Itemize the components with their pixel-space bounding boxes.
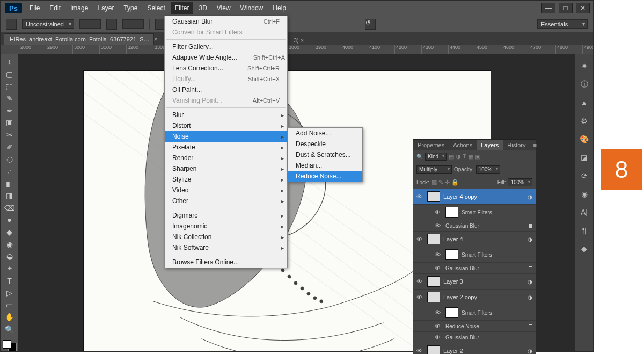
collapsed-panel-icon-0[interactable]: ✷ — [579, 61, 590, 71]
filter-settings-icon[interactable]: ≣ — [528, 265, 532, 271]
visibility-eye-icon[interactable]: 👁 — [416, 294, 424, 300]
tool-22[interactable]: 🔍 — [3, 324, 17, 335]
collapsed-panel-icon-1[interactable]: ⓘ — [579, 79, 590, 90]
visibility-eye-icon[interactable]: 👁 — [416, 193, 424, 200]
panel-menu-icon[interactable]: ≡ — [530, 140, 539, 150]
document-tab-close-icon[interactable]: × — [154, 35, 158, 43]
filter-settings-icon[interactable]: ≣ — [528, 223, 532, 229]
visibility-eye-icon[interactable]: 👁 — [435, 334, 442, 341]
layer-row[interactable]: 👁Layer 2 copy◑ — [413, 290, 536, 305]
filter-effect-row[interactable]: 👁Gaussian Blur≣ — [413, 263, 536, 274]
collapsed-panel-icon-9[interactable]: ¶ — [579, 225, 590, 236]
layer-filter-kind[interactable]: Kind — [425, 153, 447, 161]
layer-row[interactable]: 👁Layer 2◑ — [413, 343, 536, 354]
smart-filters-row[interactable]: 👁Smart Filters — [413, 205, 536, 220]
collapsed-panel-icon-8[interactable]: A| — [579, 207, 590, 218]
fill-value[interactable]: 100% — [508, 178, 532, 186]
menu-window[interactable]: Window — [236, 2, 268, 14]
filter-menu-item[interactable]: Oil Paint... — [165, 84, 287, 95]
panel-tab-layers[interactable]: Layers — [477, 140, 503, 150]
filter-effect-row[interactable]: 👁Gaussian Blur≣ — [413, 220, 536, 232]
menu-type[interactable]: Type — [119, 2, 142, 14]
layer-row[interactable]: 👁Layer 3◑ — [413, 274, 536, 290]
tool-11[interactable]: ◨ — [3, 190, 17, 201]
filter-menu-item[interactable]: Imagenomic▸ — [165, 221, 287, 232]
tool-3[interactable]: ✎ — [3, 93, 17, 104]
crop-tool-icon[interactable] — [6, 19, 17, 30]
crop-width-field[interactable] — [79, 19, 101, 29]
menu-edit[interactable]: Edit — [45, 2, 65, 14]
filter-menu-item[interactable]: Stylize▸ — [165, 174, 287, 185]
tool-21[interactable]: ✋ — [3, 312, 17, 323]
layer-filter-icons[interactable]: ▤ ◑ T ▦ ▣ — [449, 153, 480, 160]
collapsed-panel-icon-7[interactable]: ◉ — [579, 189, 590, 199]
document-tab[interactable]: HiRes_andreaxt_Fotolia.com_Fotolia_63677… — [4, 33, 154, 45]
filter-menu-item[interactable]: Blur▸ — [165, 110, 287, 120]
tool-10[interactable]: ◧ — [3, 178, 17, 189]
visibility-eye-icon[interactable]: 👁 — [435, 251, 442, 258]
crop-ratio-dropdown[interactable]: Unconstrained — [22, 19, 74, 29]
tool-1[interactable]: ▢ — [3, 69, 17, 80]
tool-18[interactable]: T — [3, 275, 17, 286]
layer-row[interactable]: 👁Layer 4 copy◑ — [413, 189, 536, 205]
tool-8[interactable]: ◌ — [3, 154, 17, 165]
visibility-eye-icon[interactable]: 👁 — [416, 348, 424, 354]
noise-submenu-item[interactable]: Despeckle — [288, 139, 362, 149]
tool-14[interactable]: ◆ — [3, 227, 17, 238]
filter-menu-item[interactable]: Video▸ — [165, 185, 287, 196]
tool-9[interactable]: ⟋ — [3, 166, 17, 177]
tool-6[interactable]: ✂ — [3, 129, 17, 141]
collapsed-panel-icon-2[interactable]: ▲ — [579, 97, 590, 108]
noise-submenu-item[interactable]: Add Noise... — [288, 128, 362, 139]
menu-layer[interactable]: Layer — [93, 2, 118, 14]
filter-settings-icon[interactable]: ≣ — [528, 323, 532, 329]
panel-tab-properties[interactable]: Properties — [413, 140, 449, 150]
noise-submenu-item[interactable]: Reduce Noise... — [288, 171, 362, 182]
filter-menu-item[interactable]: Digimarc▸ — [165, 210, 287, 221]
collapsed-panel-icon-3[interactable]: ⚙ — [579, 115, 590, 126]
visibility-eye-icon[interactable]: 👁 — [435, 323, 442, 329]
visibility-eye-icon[interactable]: 👁 — [416, 278, 424, 285]
tool-2[interactable]: ⬚ — [3, 81, 17, 92]
menu-view[interactable]: View — [213, 2, 235, 14]
menu-3d[interactable]: 3D — [194, 2, 211, 14]
collapsed-panel-icon-5[interactable]: ◪ — [579, 152, 590, 163]
layer-row[interactable]: 👁Layer 4◑ — [413, 232, 536, 247]
visibility-eye-icon[interactable]: 👁 — [435, 222, 442, 229]
tool-12[interactable]: ⌫ — [3, 203, 17, 214]
maximize-button[interactable]: □ — [559, 3, 573, 13]
tool-13[interactable]: ● — [3, 214, 17, 226]
filter-menu-item[interactable]: Render▸ — [165, 153, 287, 163]
collapsed-panel-icon-10[interactable]: ◆ — [579, 243, 590, 254]
lock-icons[interactable]: ▧ ✎ ✢ 🔒 — [431, 179, 459, 186]
menu-select[interactable]: Select — [143, 2, 169, 14]
filter-settings-icon[interactable]: ≣ — [528, 335, 532, 341]
color-swatch[interactable] — [3, 340, 17, 351]
collapsed-panel-icon-4[interactable]: 🎨 — [579, 134, 590, 145]
filter-menu-item[interactable]: Nik Collection▸ — [165, 232, 287, 242]
noise-submenu-item[interactable]: Median... — [288, 160, 362, 171]
filter-menu-item[interactable]: Gaussian BlurCtrl+F — [165, 16, 287, 27]
filter-menu-item[interactable]: Pixelate▸ — [165, 142, 287, 153]
filter-menu-item[interactable]: Other▸ — [165, 196, 287, 206]
filter-menu-item[interactable]: Noise▸ — [165, 131, 287, 142]
blend-mode-dropdown[interactable]: Multiply — [416, 165, 452, 174]
tool-5[interactable]: ▣ — [3, 117, 17, 128]
filter-effect-row[interactable]: 👁Gaussian Blur≣ — [413, 332, 536, 343]
smart-filters-row[interactable]: 👁Smart Filters — [413, 305, 536, 321]
tool-17[interactable]: ⌖ — [3, 263, 17, 274]
tool-7[interactable]: ✐ — [3, 141, 17, 153]
layers-list[interactable]: 👁Layer 4 copy◑👁Smart Filters👁Gaussian Bl… — [413, 189, 536, 354]
panel-tab-history[interactable]: History — [503, 140, 530, 150]
collapsed-panel-icon-6[interactable]: ⟳ — [579, 170, 590, 181]
tool-16[interactable]: ◒ — [3, 251, 17, 262]
tool-4[interactable]: ✒ — [3, 105, 17, 117]
visibility-eye-icon[interactable]: 👁 — [416, 236, 424, 242]
opacity-value[interactable]: 100% — [476, 165, 501, 174]
panel-tab-actions[interactable]: Actions — [449, 140, 477, 150]
tool-20[interactable]: ▭ — [3, 300, 17, 311]
filter-menu-item[interactable]: Sharpen▸ — [165, 163, 287, 174]
tool-19[interactable]: ▷ — [3, 287, 17, 299]
filter-menu-item[interactable]: Filter Gallery... — [165, 41, 287, 52]
visibility-eye-icon[interactable]: 👁 — [435, 265, 442, 271]
